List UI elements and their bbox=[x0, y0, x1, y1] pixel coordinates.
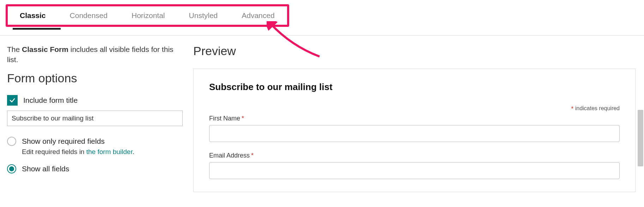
preview-container: Subscribe to our mailing list * indicate… bbox=[193, 69, 636, 192]
tab-horizontal[interactable]: Horizontal bbox=[120, 6, 177, 25]
desc-bold: Classic Form bbox=[22, 45, 68, 53]
required-indicator-note: * indicates required bbox=[209, 105, 620, 113]
radio-all-fields[interactable] bbox=[7, 164, 16, 173]
include-title-checkbox[interactable] bbox=[7, 95, 18, 106]
check-icon bbox=[9, 97, 16, 104]
firstname-input[interactable] bbox=[209, 125, 620, 142]
preview-form-title: Subscribe to our mailing list bbox=[209, 82, 620, 93]
fields-radio-group: Show only required fields Edit required … bbox=[7, 137, 183, 173]
field-label-firstname: First Name* bbox=[209, 115, 620, 122]
radio-required-label: Show only required fields bbox=[22, 137, 105, 146]
preview-heading: Preview bbox=[193, 44, 644, 58]
form-title-input[interactable] bbox=[7, 111, 183, 126]
form-options-heading: Form options bbox=[7, 71, 183, 85]
include-title-label: Include form title bbox=[23, 96, 78, 105]
tab-unstyled[interactable]: Unstyled bbox=[177, 6, 230, 25]
field-label-email: Email Address* bbox=[209, 152, 620, 159]
right-panel: Preview Subscribe to our mailing list * … bbox=[193, 44, 644, 192]
tab-classic[interactable]: Classic bbox=[8, 6, 58, 25]
asterisk-icon: * bbox=[251, 152, 254, 159]
desc-prefix: The bbox=[7, 45, 22, 53]
tab-condensed[interactable]: Condensed bbox=[58, 6, 120, 25]
tab-advanced[interactable]: Advanced bbox=[230, 6, 286, 25]
email-input[interactable] bbox=[209, 162, 620, 179]
preview-scrollbar[interactable] bbox=[638, 110, 643, 166]
form-description: The Classic Form includes all visible fi… bbox=[7, 44, 183, 65]
active-tab-indicator bbox=[13, 28, 61, 30]
form-style-tabs: Classic Condensed Horizontal Unstyled Ad… bbox=[6, 4, 289, 27]
asterisk-icon: * bbox=[571, 105, 573, 112]
asterisk-icon: * bbox=[242, 115, 244, 122]
form-builder-link[interactable]: the form builder bbox=[86, 148, 133, 155]
radio-required-subtext: Edit required fields in the form builder… bbox=[22, 148, 183, 156]
page-body: The Classic Form includes all visible fi… bbox=[0, 35, 644, 192]
radio-required-only[interactable] bbox=[7, 137, 16, 146]
include-title-option: Include form title bbox=[7, 95, 183, 106]
radio-all-label: Show all fields bbox=[22, 165, 69, 173]
left-panel: The Classic Form includes all visible fi… bbox=[0, 44, 193, 192]
